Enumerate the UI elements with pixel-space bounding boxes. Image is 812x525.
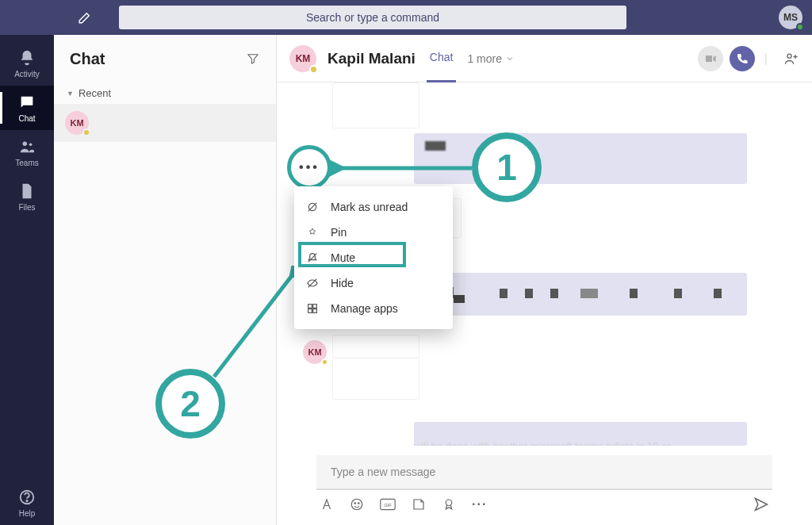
more-compose-button[interactable]: ··· <box>472 497 487 512</box>
rail-label: Help <box>19 509 36 518</box>
message-stub <box>332 358 419 400</box>
svg-rect-10 <box>313 305 317 308</box>
message-placeholder: Type a new message <box>331 466 435 478</box>
svg-point-13 <box>787 54 791 58</box>
presence-away-icon <box>82 128 90 136</box>
presence-away-icon <box>309 65 318 74</box>
annotation-number: 2 <box>180 382 201 425</box>
menu-label: Hide <box>331 277 354 289</box>
conversation-name: Kapil Malani <box>327 50 416 67</box>
menu-hide[interactable]: Hide <box>294 270 453 296</box>
apps-icon <box>305 302 320 315</box>
message-input[interactable]: Type a new message <box>316 455 772 490</box>
svg-point-16 <box>358 503 360 504</box>
svg-line-6 <box>308 203 317 212</box>
more-participants-label: 1 more <box>467 52 502 65</box>
rail-label: Activity <box>14 70 40 79</box>
svg-point-15 <box>354 503 356 504</box>
badge-icon <box>442 497 456 512</box>
help-icon <box>18 489 36 506</box>
annotation-step-2: 2 <box>155 369 225 439</box>
format-icon <box>320 497 334 512</box>
rail-chat[interactable]: Chat <box>0 86 54 130</box>
current-user-avatar[interactable]: MS <box>779 6 802 29</box>
svg-rect-9 <box>308 305 312 308</box>
contact-initials: KM <box>70 118 83 128</box>
add-people-icon <box>783 51 799 67</box>
svg-point-14 <box>351 499 362 510</box>
rail-teams[interactable]: Teams <box>0 130 54 174</box>
sticker-icon <box>412 497 426 512</box>
rail-help[interactable]: Help <box>0 481 54 525</box>
message-bubble-self <box>414 273 747 316</box>
search-placeholder: Search or type a command <box>306 11 439 24</box>
tab-chat[interactable]: Chat <box>427 35 457 82</box>
svg-point-2 <box>29 143 33 146</box>
message-stub <box>332 82 419 128</box>
menu-label: Mark as unread <box>331 201 408 213</box>
svg-text:GIF: GIF <box>384 503 392 508</box>
annotation-number: 1 <box>496 146 517 189</box>
compose-icon[interactable] <box>78 10 92 25</box>
chat-more-options-button[interactable]: ••• <box>287 145 331 190</box>
svg-point-19 <box>446 500 452 506</box>
recent-label: Recent <box>79 87 111 99</box>
phone-icon <box>736 52 749 65</box>
svg-point-1 <box>23 141 28 146</box>
svg-line-21 <box>214 274 293 377</box>
bell-icon <box>18 49 36 67</box>
rail-label: Teams <box>15 159 38 167</box>
contact-avatar: KM <box>65 111 89 135</box>
add-people-button[interactable] <box>777 51 799 67</box>
recent-header[interactable]: ▼ Recent <box>54 82 276 104</box>
mute-icon <box>305 251 320 264</box>
menu-label: Pin <box>331 226 347 239</box>
chat-context-menu: Mark as unread Pin Mute Hide Manage apps <box>294 186 453 329</box>
chevron-down-icon <box>505 54 515 63</box>
svg-rect-12 <box>313 309 317 313</box>
files-icon <box>18 182 36 200</box>
praise-button[interactable] <box>442 497 456 512</box>
sticker-button[interactable] <box>412 497 426 512</box>
svg-rect-11 <box>308 309 312 313</box>
ellipsis-icon: ••• <box>299 160 320 174</box>
format-button[interactable] <box>320 497 334 512</box>
rail-label: Files <box>18 203 35 212</box>
gif-icon: GIF <box>380 498 396 511</box>
video-call-button[interactable] <box>698 46 723 71</box>
video-icon <box>704 52 717 65</box>
pin-icon <box>305 226 320 239</box>
presence-available-icon <box>796 23 804 31</box>
search-input[interactable]: Search or type a command <box>119 6 626 29</box>
menu-mark-unread[interactable]: Mark as unread <box>294 194 453 220</box>
more-participants[interactable]: 1 more <box>467 52 515 65</box>
message-stub <box>332 335 419 358</box>
menu-pin[interactable]: Pin <box>294 220 453 245</box>
teams-icon <box>18 138 36 155</box>
conversation-avatar[interactable]: KM <box>289 45 316 72</box>
rail-label: Chat <box>18 114 35 123</box>
rail-files[interactable]: Files <box>0 174 54 219</box>
message-text-fragment: will be done with another microsoft team… <box>414 440 671 446</box>
chat-list-item[interactable]: KM <box>54 104 276 142</box>
emoji-icon <box>350 497 364 512</box>
hide-icon <box>305 277 320 289</box>
menu-manage-apps[interactable]: Manage apps <box>294 296 453 321</box>
chevron-down-icon: ▼ <box>67 90 74 98</box>
menu-mute[interactable]: Mute <box>294 245 453 270</box>
menu-label: Mute <box>331 251 355 264</box>
send-button[interactable] <box>753 496 769 512</box>
annotation-step-1: 1 <box>472 132 542 202</box>
filter-icon[interactable] <box>246 52 260 66</box>
message-avatar-initials: KM <box>308 347 321 357</box>
conversation-initials: KM <box>296 53 311 64</box>
presence-away-icon <box>321 358 328 366</box>
rail-activity[interactable]: Activity <box>0 41 54 86</box>
send-icon <box>753 496 769 512</box>
annotation-arrow-1 <box>329 159 480 182</box>
gif-button[interactable]: GIF <box>380 498 396 511</box>
audio-call-button[interactable] <box>730 46 755 71</box>
chat-icon <box>18 94 36 111</box>
emoji-button[interactable] <box>350 497 364 512</box>
current-user-initials: MS <box>783 12 798 23</box>
